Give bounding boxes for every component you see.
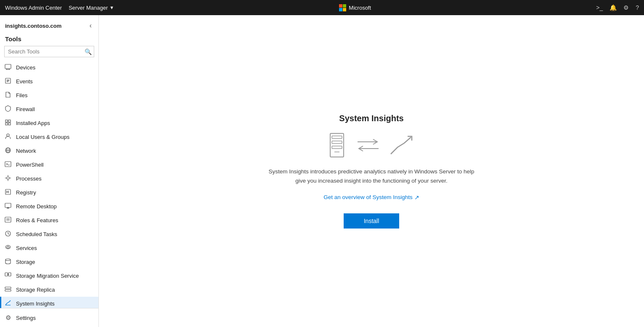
- overview-link-text: Get an overview of System Insights: [323, 194, 413, 200]
- storage-migration-label: Storage Migration Service: [16, 273, 79, 279]
- svg-line-36: [8, 234, 9, 234]
- install-button[interactable]: Install: [344, 213, 400, 229]
- sidebar-nav: DevicesEventsFilesFirewallInstalled Apps…: [0, 61, 98, 308]
- svg-rect-53: [330, 133, 344, 157]
- installed-apps-label: Installed Apps: [16, 120, 50, 126]
- firewall-label: Firewall: [16, 106, 35, 112]
- svg-rect-31: [5, 217, 11, 222]
- installed-apps-icon: [4, 119, 12, 127]
- storage-replica-label: Storage Replica: [16, 287, 55, 293]
- ms-squares: [339, 4, 346, 11]
- svg-rect-8: [5, 120, 8, 122]
- services-label: Services: [16, 245, 37, 251]
- install-panel: System Insights: [268, 114, 474, 228]
- powershell-label: PowerShell: [16, 162, 44, 168]
- content-area: insights.contoso.com ‹ Tools 🔍 DevicesEv…: [0, 15, 644, 327]
- remote-desktop-icon: [4, 202, 12, 210]
- processes-icon: [4, 175, 12, 183]
- powershell-icon: [4, 161, 12, 169]
- sidebar-item-storage[interactable]: Storage: [0, 255, 98, 269]
- ms-square-red: [339, 4, 342, 8]
- microsoft-logo: Microsoft: [339, 4, 371, 11]
- events-icon: [4, 77, 12, 85]
- topbar-center: Microsoft: [114, 4, 596, 11]
- settings-nav-icon: ⚙: [4, 314, 12, 322]
- svg-rect-55: [332, 141, 342, 144]
- install-description: System Insights introduces predictive an…: [268, 167, 474, 185]
- devices-icon: [4, 64, 12, 72]
- server-icon: [327, 132, 347, 159]
- sidebar-item-scheduled-tasks[interactable]: Scheduled Tasks: [0, 227, 98, 241]
- sidebar-item-firewall[interactable]: Firewall: [0, 102, 98, 116]
- main-content: System Insights: [99, 15, 644, 327]
- sidebar-item-devices[interactable]: Devices: [0, 61, 98, 74]
- help-icon[interactable]: ?: [636, 4, 639, 11]
- sidebar-header: insights.contoso.com ‹: [0, 15, 98, 33]
- search-input[interactable]: [4, 46, 94, 57]
- search-box: 🔍: [4, 46, 94, 57]
- svg-point-18: [7, 177, 9, 179]
- svg-rect-42: [5, 287, 11, 289]
- sidebar-item-files[interactable]: Files: [0, 88, 98, 102]
- server-manager-label: Server Manager: [69, 5, 108, 11]
- network-icon: [4, 147, 12, 155]
- sidebar-item-network[interactable]: Network: [0, 144, 98, 158]
- svg-rect-27: [5, 203, 11, 207]
- ms-square-yellow: [343, 8, 346, 11]
- registry-icon: [4, 189, 12, 197]
- sidebar-item-storage-replica[interactable]: Storage Replica: [0, 283, 98, 297]
- sidebar-item-remote-desktop[interactable]: Remote Desktop: [0, 199, 98, 213]
- svg-rect-11: [8, 123, 11, 125]
- settings-label: Settings: [16, 315, 36, 321]
- svg-rect-54: [332, 136, 342, 138]
- remote-desktop-label: Remote Desktop: [16, 203, 57, 210]
- network-label: Network: [16, 148, 36, 154]
- processes-label: Processes: [16, 175, 42, 182]
- sidebar-collapse-button[interactable]: ‹: [88, 21, 93, 30]
- scheduled-tasks-label: Scheduled Tasks: [16, 231, 57, 237]
- sidebar-bottom: ⚙ Settings: [0, 308, 98, 327]
- terminal-icon[interactable]: >_: [596, 4, 603, 11]
- storage-replica-icon: [4, 286, 12, 294]
- files-icon: [4, 91, 12, 99]
- server-manager-menu[interactable]: Server Manager ▼: [69, 5, 114, 11]
- topbar-right: >_ 🔔 ⚙ ?: [596, 4, 639, 11]
- svg-rect-0: [5, 64, 11, 69]
- firewall-icon: [4, 105, 12, 113]
- system-insights-icon: [4, 300, 12, 308]
- overview-link[interactable]: Get an overview of System Insights ↗: [323, 194, 419, 201]
- ms-square-blue: [339, 8, 342, 11]
- local-users-groups-label: Local Users & Groups: [16, 134, 69, 140]
- services-icon: [4, 244, 12, 252]
- sidebar-item-processes[interactable]: Processes: [0, 172, 98, 186]
- svg-point-37: [7, 247, 9, 249]
- settings-icon[interactable]: ⚙: [623, 4, 629, 11]
- roles-features-label: Roles & Features: [16, 217, 58, 223]
- sidebar-item-powershell[interactable]: PowerShell: [0, 158, 98, 172]
- sidebar-item-local-users-groups[interactable]: Local Users & Groups: [0, 130, 98, 144]
- files-label: Files: [16, 92, 27, 98]
- sidebar-item-events[interactable]: Events: [0, 74, 98, 88]
- main-title: System Insights: [339, 114, 403, 123]
- server-manager-chevron: ▼: [109, 5, 114, 10]
- ms-square-green: [343, 4, 346, 8]
- local-users-groups-icon: [4, 133, 12, 141]
- sidebar-item-services[interactable]: Services: [0, 241, 98, 255]
- tools-label: Tools: [5, 35, 21, 43]
- sidebar-item-settings[interactable]: ⚙ Settings: [0, 311, 98, 324]
- svg-rect-9: [8, 120, 11, 122]
- roles-features-icon: [4, 216, 12, 224]
- bell-icon[interactable]: 🔔: [610, 4, 617, 11]
- sidebar-item-system-insights[interactable]: System Insights: [0, 297, 98, 308]
- search-button[interactable]: 🔍: [85, 48, 92, 55]
- scheduled-tasks-icon: [4, 230, 12, 238]
- sidebar-item-roles-features[interactable]: Roles & Features: [0, 213, 98, 227]
- topbar: Windows Admin Center Server Manager ▼ Mi…: [0, 0, 644, 15]
- connection-title: insights.contoso.com: [5, 23, 61, 29]
- events-label: Events: [16, 78, 33, 85]
- svg-rect-43: [5, 290, 11, 291]
- sidebar-item-storage-migration[interactable]: Storage Migration Service: [0, 269, 98, 283]
- sidebar-item-installed-apps[interactable]: Installed Apps: [0, 116, 98, 130]
- sidebar-item-registry[interactable]: Registry: [0, 186, 98, 199]
- topbar-left: Windows Admin Center Server Manager ▼: [5, 5, 114, 11]
